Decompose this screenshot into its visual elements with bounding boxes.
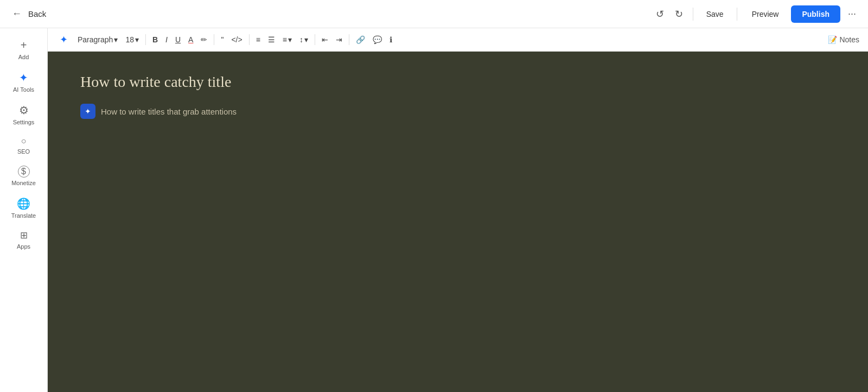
info-button[interactable]: ℹ bbox=[386, 33, 395, 46]
sidebar: + Add ✦ AI Tools ⚙ Settings ○ SEO $ Mone… bbox=[0, 28, 48, 392]
toolbar-sep-5 bbox=[349, 34, 349, 45]
highlight-icon: ✏ bbox=[201, 35, 207, 44]
toolbar-sep-3 bbox=[249, 34, 250, 45]
notes-label: Notes bbox=[839, 35, 859, 44]
indent-increase-button[interactable]: ⇥ bbox=[333, 33, 346, 46]
toolbar-sep-1 bbox=[145, 34, 146, 45]
indent-decrease-button[interactable]: ⇤ bbox=[318, 33, 331, 46]
line-spacing-dropdown[interactable]: ↕ ▾ bbox=[296, 33, 311, 46]
underline-button[interactable]: U bbox=[172, 33, 184, 46]
font-color-icon: A bbox=[188, 35, 193, 44]
save-button[interactable]: Save bbox=[700, 7, 730, 22]
sidebar-item-add-label: Add bbox=[18, 54, 29, 60]
font-size-value: 18 bbox=[125, 35, 134, 44]
font-size-chevron-icon: ▾ bbox=[135, 35, 139, 44]
indent-increase-icon: ⇥ bbox=[336, 35, 342, 44]
back-button[interactable]: ← bbox=[9, 6, 25, 22]
ai-tools-icon: ✦ bbox=[19, 71, 28, 84]
translate-icon: 🌐 bbox=[17, 197, 30, 210]
quote-icon: " bbox=[221, 35, 224, 44]
seo-icon: ○ bbox=[21, 136, 27, 146]
ai-suggestion-text: How to write titles that grab attentions bbox=[101, 107, 237, 116]
undo-button[interactable]: ↺ bbox=[653, 6, 667, 22]
ordered-list-button[interactable]: ≡ bbox=[253, 33, 264, 46]
editor-area[interactable]: How to write catchy title ✦ How to write… bbox=[48, 52, 868, 392]
sidebar-item-add[interactable]: + Add bbox=[3, 35, 44, 65]
sidebar-item-seo[interactable]: ○ SEO bbox=[3, 132, 44, 159]
line-spacing-icon: ↕ bbox=[299, 35, 303, 44]
notes-button[interactable]: 📝 Notes bbox=[828, 35, 859, 44]
main-area: + Add ✦ AI Tools ⚙ Settings ○ SEO $ Mone… bbox=[0, 28, 868, 392]
paragraph-style-dropdown[interactable]: Paragraph ▾ bbox=[74, 33, 121, 46]
font-color-button[interactable]: A bbox=[185, 33, 196, 46]
header-right: ↺ ↻ Save Preview Publish ··· bbox=[653, 5, 859, 23]
notes-icon: 📝 bbox=[828, 35, 837, 44]
redo-button[interactable]: ↻ bbox=[672, 6, 686, 22]
sidebar-item-apps[interactable]: ⊞ Apps bbox=[3, 225, 44, 254]
toolbar-sep-4 bbox=[315, 34, 315, 45]
sidebar-item-settings[interactable]: ⚙ Settings bbox=[3, 99, 44, 130]
sidebar-item-monetize[interactable]: $ Monetize bbox=[3, 161, 44, 191]
sidebar-item-ai-tools-label: AI Tools bbox=[13, 86, 34, 93]
toolbar-sep-2 bbox=[214, 34, 214, 45]
unordered-list-icon: ☰ bbox=[268, 35, 275, 44]
indent-decrease-icon: ⇤ bbox=[322, 35, 328, 44]
code-icon: </> bbox=[231, 35, 242, 44]
line-spacing-chevron-icon: ▾ bbox=[304, 35, 308, 44]
bold-button[interactable]: B bbox=[149, 33, 161, 46]
paragraph-style-label: Paragraph bbox=[78, 35, 113, 44]
link-button[interactable]: 🔗 bbox=[353, 33, 368, 46]
quote-button[interactable]: " bbox=[218, 33, 227, 46]
apps-icon: ⊞ bbox=[20, 230, 28, 241]
ai-chip-icon: ✦ bbox=[80, 104, 95, 119]
italic-button[interactable]: I bbox=[162, 33, 171, 46]
sidebar-item-apps-label: Apps bbox=[17, 243, 30, 250]
monetize-icon: $ bbox=[18, 166, 30, 178]
highlight-button[interactable]: ✏ bbox=[197, 33, 210, 46]
more-options-button[interactable]: ··· bbox=[845, 6, 859, 22]
info-icon: ℹ bbox=[390, 35, 392, 44]
link-icon: 🔗 bbox=[356, 35, 365, 44]
header-divider bbox=[693, 8, 693, 21]
ai-assist-button[interactable]: ✦ bbox=[56, 31, 73, 48]
code-button[interactable]: </> bbox=[228, 33, 245, 46]
align-icon: ≡ bbox=[283, 35, 287, 44]
header-bar: ← Back ↺ ↻ Save Preview Publish ··· bbox=[0, 0, 868, 28]
comment-button[interactable]: 💬 bbox=[369, 33, 385, 46]
back-label: Back bbox=[28, 9, 46, 18]
sidebar-item-ai-tools[interactable]: ✦ AI Tools bbox=[3, 67, 44, 97]
content-wrapper: ✦ Paragraph ▾ 18 ▾ B I U A ✏ " bbox=[48, 28, 868, 392]
align-dropdown[interactable]: ≡ ▾ bbox=[279, 33, 295, 46]
sidebar-item-translate-label: Translate bbox=[11, 212, 36, 219]
ordered-list-icon: ≡ bbox=[256, 35, 260, 44]
sidebar-item-settings-label: Settings bbox=[13, 119, 35, 125]
preview-button[interactable]: Preview bbox=[744, 6, 787, 22]
editor-title: How to write catchy title bbox=[80, 73, 835, 91]
align-chevron-icon: ▾ bbox=[288, 35, 292, 44]
ai-suggestion-row: ✦ How to write titles that grab attentio… bbox=[80, 104, 835, 119]
settings-icon: ⚙ bbox=[19, 104, 29, 117]
font-size-dropdown[interactable]: 18 ▾ bbox=[122, 33, 142, 46]
header-left: ← Back bbox=[9, 6, 46, 22]
publish-button[interactable]: Publish bbox=[791, 5, 840, 23]
toolbar: ✦ Paragraph ▾ 18 ▾ B I U A ✏ " bbox=[48, 28, 868, 52]
sidebar-item-seo-label: SEO bbox=[17, 148, 30, 155]
ai-sparkle-icon: ✦ bbox=[60, 34, 68, 46]
comment-icon: 💬 bbox=[373, 35, 382, 44]
sidebar-item-translate[interactable]: 🌐 Translate bbox=[3, 193, 44, 223]
header-divider2 bbox=[737, 8, 737, 21]
unordered-list-button[interactable]: ☰ bbox=[265, 33, 278, 46]
paragraph-chevron-icon: ▾ bbox=[114, 35, 118, 44]
sidebar-item-monetize-label: Monetize bbox=[11, 180, 36, 186]
add-icon: + bbox=[21, 39, 27, 52]
